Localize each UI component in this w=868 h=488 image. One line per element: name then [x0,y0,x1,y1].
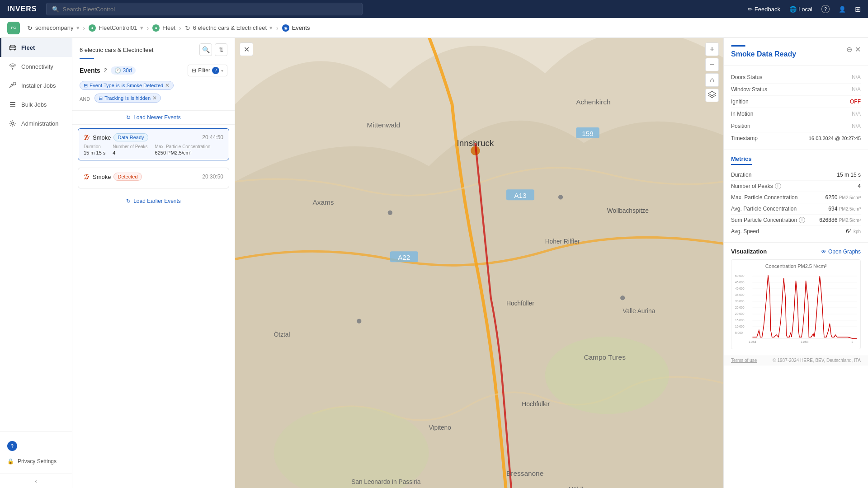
search-placeholder: Search FleetControl [63,6,115,13]
expand-icon: ⇅ [218,46,224,53]
event-detail-duration: Duration 15 m 15 s [84,144,105,155]
breadcrumb-item-fleetcontrol[interactable]: ● FleetControl01 ▾ [89,24,143,32]
home-button[interactable]: ⌂ [705,73,719,87]
terms-link[interactable]: Terms of use [731,358,757,363]
globe-icon: 🌐 [789,6,797,13]
filter-count-badge: 2 [212,67,219,74]
svg-rect-7 [10,106,15,107]
locale-button[interactable]: 🌐 Local [789,6,812,13]
breadcrumb-item-fleet[interactable]: ● Fleet [152,24,175,32]
load-newer-label: Load Newer Events [133,114,181,121]
tag-event-type-remove[interactable]: ✕ [165,82,170,89]
svg-text:Mittenwald: Mittenwald [367,121,400,129]
sidebar-item-installer-jobs[interactable]: Installer Jobs [0,76,72,95]
terms-bar: Terms of use © 1987-2024 HERE, BEV, Deut… [724,355,868,366]
breadcrumb-item-events[interactable]: ◉ Events [282,24,310,32]
filter-tag-event-type[interactable]: ⊟ Event Type is is Smoke Detected ✕ [80,81,174,90]
sidebar-collapse-button[interactable]: ‹ [0,474,72,488]
refresh-icon-2: ↻ [126,198,131,204]
smoke-icon-1: 🌫 [84,134,90,141]
sidebar-item-bulk-jobs[interactable]: Bulk Jobs [0,95,72,114]
svg-text:30,000: 30,000 [735,300,745,303]
main-layout: Fleet Connectivity Installer Jobs Bulk J… [0,38,868,488]
filter-button[interactable]: ⊟ Filter 2 ▾ [188,65,227,76]
map-controls: + − ⌂ [705,42,719,102]
electric-cars-icon: ↻ [185,24,190,32]
feedback-button[interactable]: ✏ Feedback [748,6,780,13]
zoom-out-button[interactable]: − [705,58,719,71]
ignition-value: OFF [850,99,861,105]
smoke-close-button[interactable]: ✕ [855,45,861,54]
search-bar[interactable]: 🔍 Search FleetControl [46,3,363,15]
peaks-info-icon[interactable]: i [775,183,781,189]
search-events-button[interactable]: 🔍 [199,43,212,56]
tag-tracking-remove[interactable]: ✕ [152,95,157,101]
svg-point-17 [545,337,669,414]
sidebar-item-installer-label: Installer Jobs [21,82,56,89]
events-title-left: Events 2 🕐 30d [80,66,136,75]
smoke-panel-header: Smoke Data Ready ⊖ ✕ [724,38,868,66]
load-earlier-button[interactable]: ↻ Load Earlier Events [72,194,235,208]
filter-tag-tracking[interactable]: ⊟ Tracking is is hidden ✕ [94,94,161,103]
map-close-button[interactable]: ✕ [240,42,253,56]
date-badge[interactable]: 🕐 30d [111,66,136,75]
event-card-2[interactable]: 🌫 Smoke Detected 20:30:50 [78,168,229,188]
open-graphs-button[interactable]: 👁 Open Graphs [821,249,861,255]
position-status-row: Position N/A [731,120,861,132]
concentration-chart: Concentration PM2.5 N/cm³ 50,000 45,000 … [731,259,861,349]
metric-peaks-label: Number of Peaks i [731,183,781,189]
svg-text:45,000: 45,000 [735,281,745,284]
help-version-badge[interactable]: ? [7,437,65,455]
event-name-2: Smoke [93,174,111,180]
motion-label: In Motion [731,111,753,117]
app-icon: FC [7,22,20,34]
metric-max-conc-label: Max. Particle Concentration [731,194,797,201]
events-label: Events [80,67,100,74]
svg-point-2 [10,49,12,51]
metrics-title: Metrics [731,155,861,169]
expand-events-button[interactable]: ⇅ [215,43,227,56]
privacy-settings[interactable]: 🔒 Privacy Settings [7,455,65,468]
event-card-2-header: 🌫 Smoke Detected 20:30:50 [84,173,223,181]
breadcrumb-sep-2: › [147,24,149,32]
svg-text:15,000: 15,000 [735,319,745,322]
smoke-minimize-button[interactable]: ⊖ [846,45,852,54]
app-icon-letter: FC [11,26,16,30]
svg-text:Wollbachspitze: Wollbachspitze [607,207,649,214]
smoke-panel-title: Smoke Data Ready [731,50,796,58]
layers-button[interactable] [705,89,719,102]
event-card-1[interactable]: 🌫 Smoke Data Ready 20:44:50 Duration 15 … [78,128,229,160]
zoom-out-icon: − [710,60,715,70]
window-value: N/A [852,86,861,93]
sidebar-item-administration[interactable]: Administration [0,114,72,133]
doors-status-row: Doors Status N/A [731,71,861,84]
exit-button[interactable]: ⊞ [855,5,861,14]
refresh-icon: ↻ [126,114,131,121]
clock-icon: 🕐 [114,67,121,74]
blue-accent-bar [80,58,94,59]
load-newer-button[interactable]: ↻ Load Newer Events [72,110,235,125]
sidebar-item-connectivity-label: Connectivity [21,63,53,70]
fleetcontrol-dropdown: ▾ [140,24,143,31]
svg-text:20,000: 20,000 [735,312,745,315]
event-details-1: Duration 15 m 15 s Number of Peaks 4 Max… [84,144,223,155]
sidebar-item-fleet[interactable]: Fleet [0,38,72,57]
eye-icon: 👁 [821,249,826,255]
tag-is-label: is [116,83,120,88]
sum-info-icon[interactable]: i [799,217,805,223]
chart-line [752,275,857,338]
help-button[interactable]: ? [821,5,830,13]
sidebar-item-connectivity[interactable]: Connectivity [0,57,72,76]
zoom-in-icon: + [710,45,715,54]
user-icon: 👤 [839,6,846,13]
zoom-in-button[interactable]: + [705,42,719,56]
administration-icon [9,119,17,127]
svg-text:50,000: 50,000 [735,274,745,277]
breadcrumb-item-electric-cars[interactable]: ↻ 6 electric cars & Electricfleet ▾ [185,24,273,32]
breadcrumb-item-company[interactable]: ↻ somecompany ▾ [27,24,80,32]
motion-value: N/A [852,111,861,117]
user-button[interactable]: 👤 [839,6,846,13]
svg-text:Valle Aurina: Valle Aurina [623,308,655,314]
svg-text:Axams: Axams [312,198,334,206]
ignition-status-row: Ignition OFF [731,96,861,108]
